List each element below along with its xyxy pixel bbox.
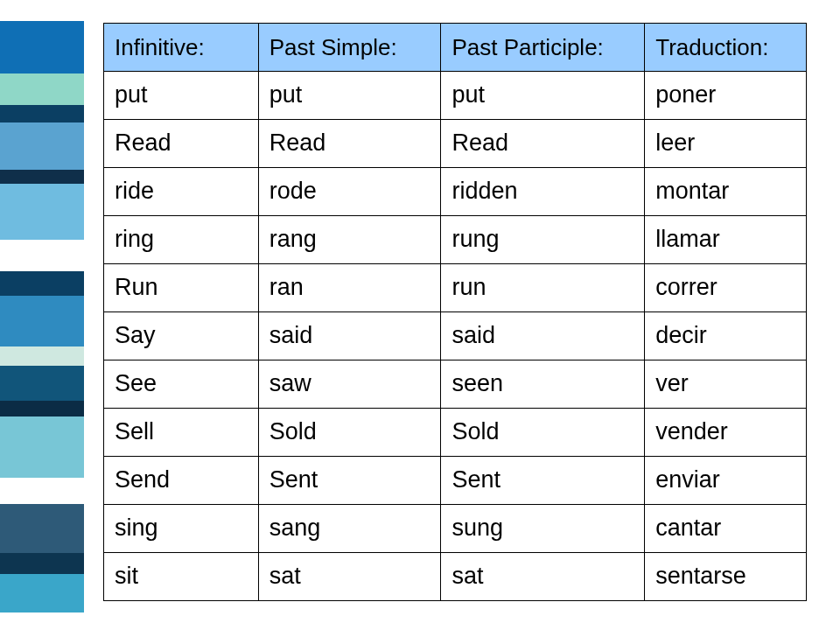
cell-past-simple: Sold xyxy=(258,409,441,457)
color-bar xyxy=(0,105,84,122)
cell-infinitive: Run xyxy=(104,264,259,312)
table-row: put put put poner xyxy=(104,72,807,120)
cell-past-simple: Sent xyxy=(258,457,441,505)
color-bar xyxy=(0,74,84,105)
cell-past-simple: rang xyxy=(258,216,441,264)
cell-traduction: correr xyxy=(645,264,807,312)
cell-traduction: ver xyxy=(645,360,807,409)
color-bar xyxy=(0,271,84,296)
color-bar xyxy=(0,478,84,504)
slide-stage: Infinitive: Past Simple: Past Participle… xyxy=(0,0,840,630)
decorative-left-bars xyxy=(0,0,84,630)
cell-traduction: decir xyxy=(645,312,807,360)
table-header-row: Infinitive: Past Simple: Past Participle… xyxy=(104,24,807,72)
cell-past-simple: saw xyxy=(258,360,441,409)
color-bar xyxy=(0,346,84,366)
color-bar xyxy=(0,122,84,170)
table-row: Sell Sold Sold vender xyxy=(104,409,807,457)
cell-past-simple: put xyxy=(258,72,441,120)
verb-table-wrap: Infinitive: Past Simple: Past Participle… xyxy=(103,23,807,601)
cell-traduction: llamar xyxy=(645,216,807,264)
table-row: sit sat sat sentarse xyxy=(104,553,807,601)
cell-past-simple: sang xyxy=(258,505,441,553)
cell-past-participle: run xyxy=(441,264,645,312)
cell-past-simple: ran xyxy=(258,264,441,312)
color-bar xyxy=(0,366,84,401)
cell-past-simple: Read xyxy=(258,120,441,168)
cell-past-simple: said xyxy=(258,312,441,360)
cell-traduction: poner xyxy=(645,72,807,120)
cell-past-participle: sat xyxy=(441,553,645,601)
color-bar xyxy=(0,401,84,416)
cell-infinitive: Read xyxy=(104,120,259,168)
cell-past-participle: sung xyxy=(441,505,645,553)
table-row: ride rode ridden montar xyxy=(104,168,807,216)
cell-traduction: enviar xyxy=(645,457,807,505)
cell-past-participle: rung xyxy=(441,216,645,264)
cell-traduction: leer xyxy=(645,120,807,168)
cell-infinitive: ring xyxy=(104,216,259,264)
color-bar xyxy=(0,170,84,184)
cell-past-participle: Sent xyxy=(441,457,645,505)
color-bar xyxy=(0,574,84,612)
cell-infinitive: sit xyxy=(104,553,259,601)
cell-past-participle: Read xyxy=(441,120,645,168)
cell-traduction: montar xyxy=(645,168,807,216)
table-row: ring rang rung llamar xyxy=(104,216,807,264)
verb-table: Infinitive: Past Simple: Past Participle… xyxy=(103,23,807,601)
table-row: Say said said decir xyxy=(104,312,807,360)
color-bar xyxy=(0,240,84,271)
cell-traduction: vender xyxy=(645,409,807,457)
cell-past-simple: rode xyxy=(258,168,441,216)
table-row: Send Sent Sent enviar xyxy=(104,457,807,505)
color-bar xyxy=(0,184,84,240)
cell-past-participle: Sold xyxy=(441,409,645,457)
color-bar xyxy=(0,0,84,21)
color-bar xyxy=(0,612,84,630)
header-infinitive: Infinitive: xyxy=(104,24,259,72)
table-row: Run ran run correr xyxy=(104,264,807,312)
header-traduction: Traduction: xyxy=(645,24,807,72)
cell-past-participle: ridden xyxy=(441,168,645,216)
color-bar xyxy=(0,416,84,478)
cell-infinitive: Send xyxy=(104,457,259,505)
cell-past-simple: sat xyxy=(258,553,441,601)
table-row: See saw seen ver xyxy=(104,360,807,409)
cell-infinitive: ride xyxy=(104,168,259,216)
cell-infinitive: sing xyxy=(104,505,259,553)
header-past-participle: Past Participle: xyxy=(441,24,645,72)
cell-infinitive: Sell xyxy=(104,409,259,457)
color-bar xyxy=(0,296,84,346)
color-bar xyxy=(0,553,84,574)
color-bar xyxy=(0,504,84,553)
cell-traduction: sentarse xyxy=(645,553,807,601)
cell-past-participle: put xyxy=(441,72,645,120)
cell-infinitive: put xyxy=(104,72,259,120)
cell-infinitive: See xyxy=(104,360,259,409)
cell-traduction: cantar xyxy=(645,505,807,553)
header-past-simple: Past Simple: xyxy=(258,24,441,72)
table-row: Read Read Read leer xyxy=(104,120,807,168)
table-row: sing sang sung cantar xyxy=(104,505,807,553)
cell-past-participle: seen xyxy=(441,360,645,409)
cell-past-participle: said xyxy=(441,312,645,360)
color-bar xyxy=(0,21,84,74)
cell-infinitive: Say xyxy=(104,312,259,360)
